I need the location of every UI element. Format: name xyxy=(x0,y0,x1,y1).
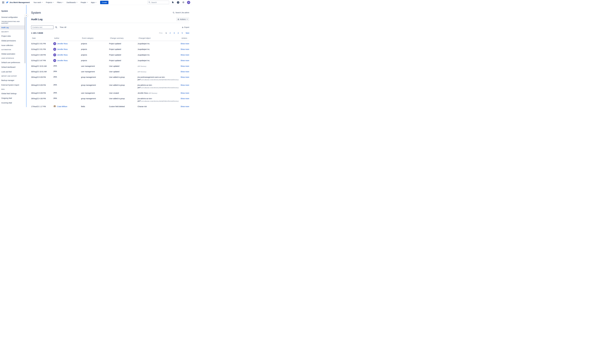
contains-text-input[interactable] xyxy=(31,26,54,29)
show-more-link[interactable]: Show more xyxy=(180,92,189,94)
sidebar-item-default-dashboard[interactable]: Default dashboard xyxy=(1,66,25,68)
sidebar-item-global-permissions[interactable]: Global permissions xyxy=(1,39,25,42)
user-avatar[interactable]: JR xyxy=(187,1,190,4)
cell-date: 26/Aug/22 6:09 PM xyxy=(31,76,53,78)
show-more-link[interactable]: Show more xyxy=(180,43,189,45)
sidebar-item-project-roles[interactable]: Project roles xyxy=(1,35,25,37)
column-header-actions: Actions xyxy=(181,37,189,39)
sidebar-section-user-interface: USER INTERFACE xyxy=(1,57,25,59)
author-name[interactable]: Jennifer Ross xyxy=(57,54,68,56)
sidebar-item-backup-manager[interactable]: Backup manager xyxy=(1,79,25,81)
table-row: 17/Aug/22 1:17 PMCraig WillsonfieldsCust… xyxy=(31,104,189,107)
pagination-page-1[interactable]: 1 xyxy=(166,32,167,34)
search-icon xyxy=(149,1,150,4)
pagination-page-2[interactable]: 2 xyxy=(170,32,171,34)
cell-actions: Show more xyxy=(180,48,189,51)
create-button[interactable]: Create xyxy=(100,1,109,4)
sidebar-section-security: SECURITY xyxy=(1,31,25,33)
cell-actions: Show more xyxy=(180,105,189,107)
table-row: 26/Aug/22 6:09 PMJIRAgroup managementUse… xyxy=(31,75,189,82)
sidebar-item-outgoing-mail[interactable]: Outgoing Mail xyxy=(1,97,25,99)
sidebar-item-audit-log[interactable]: Audit Log xyxy=(0,25,25,30)
sidebar-item-external-system-import[interactable]: External System Import xyxy=(1,84,25,86)
table-row: 26/Aug/22 6:09 PMJIRAgroup managementUse… xyxy=(31,82,189,90)
nav-item-dashboards[interactable]: Dashboards xyxy=(66,1,78,4)
avatar: JR xyxy=(53,59,56,62)
sidebar-item-issue-collectors[interactable]: Issue collectors xyxy=(1,44,25,47)
pagination-prev[interactable]: Prev xyxy=(159,32,163,34)
sidebar-item-global-mail-settings[interactable]: Global Mail Settings xyxy=(1,92,25,95)
cell-change-summary: User updated xyxy=(109,65,137,67)
time-filter-dropdown[interactable]: Time: All xyxy=(60,26,66,28)
sidebar-item-global-automation[interactable]: Global automation xyxy=(1,53,25,55)
export-link[interactable]: Export xyxy=(182,26,189,28)
cell-actions: Show more xyxy=(180,92,189,94)
product-title: Jira Work Management xyxy=(9,1,30,3)
cell-author: Craig Willson xyxy=(53,105,81,107)
nav-item-projects[interactable]: Projects xyxy=(45,1,54,4)
author-name: JIRA xyxy=(53,91,57,94)
column-header-date: Date xyxy=(32,37,54,39)
chevron-down-icon xyxy=(53,2,54,3)
cell-event-category: group management xyxy=(81,97,109,100)
pagination-page-3[interactable]: 3 xyxy=(174,32,175,34)
author-name[interactable]: Jennifer Ross xyxy=(57,42,68,45)
search-jira-admin-link[interactable]: Search Jira admin xyxy=(173,12,189,13)
author-name[interactable]: Jennifer Ross xyxy=(57,59,68,62)
cell-event-category: group management xyxy=(81,84,109,86)
author-name: JIRA xyxy=(53,97,57,100)
show-more-link[interactable]: Show more xyxy=(180,71,189,73)
pagination-page-5[interactable]: 5 xyxy=(182,32,183,34)
changed-object-note: (com.atlassian.crowd.directory.IdentityP… xyxy=(141,100,178,102)
pagination-page-4[interactable]: 4 xyxy=(178,32,179,34)
pagination-next[interactable]: Next xyxy=(186,32,189,34)
sidebar-item-default-user-preferences[interactable]: Default user preferences xyxy=(1,61,25,64)
show-more-link[interactable]: Show more xyxy=(180,60,189,62)
settings-gear-icon[interactable]: ⚙ xyxy=(182,1,185,4)
nav-item-people[interactable]: People xyxy=(80,1,88,4)
show-more-link[interactable]: Show more xyxy=(180,105,189,107)
sidebar-section-import-and-export: IMPORT AND EXPORT xyxy=(1,75,25,77)
cell-event-category: projects xyxy=(81,42,109,45)
cell-author: JIRA xyxy=(53,91,81,94)
admin-sidebar: System General configurationTROUBLESHOOT… xyxy=(0,5,27,107)
sidebar-item-incoming-mail[interactable]: Incoming Mail xyxy=(1,102,25,104)
sidebar-scrollbar[interactable] xyxy=(25,17,25,63)
nav-item-your-work[interactable]: Your work xyxy=(33,1,43,4)
sidebar-section-troubleshooting-and-support: TROUBLESHOOTING AND SUPPORT xyxy=(1,21,25,24)
global-search-input[interactable] xyxy=(147,0,169,4)
filter-search-icon[interactable] xyxy=(55,26,57,28)
sidebar-item-look-and-feel[interactable]: Look and feel xyxy=(1,71,25,73)
brand-home-link[interactable]: Jira Work Management xyxy=(6,1,30,4)
cell-author: JRJennifer Ross xyxy=(53,48,81,51)
cell-actions: Show more xyxy=(180,97,189,100)
changed-object-note: (IDP Directory) xyxy=(137,65,146,67)
show-more-link[interactable]: Show more xyxy=(180,54,189,56)
show-more-link[interactable]: Show more xyxy=(180,84,189,86)
author-name[interactable]: Jennifer Ross xyxy=(57,48,68,51)
author-name[interactable]: Craig Willson xyxy=(57,105,67,107)
cell-author: JIRA xyxy=(53,84,81,86)
show-more-link[interactable]: Show more xyxy=(180,98,189,100)
show-more-link[interactable]: Show more xyxy=(180,65,189,67)
sidebar-collapse-button[interactable] xyxy=(25,14,28,17)
app-switcher-grid-icon[interactable] xyxy=(1,1,5,4)
nav-item-apps[interactable]: Apps xyxy=(90,1,97,4)
sidebar-item-general-configuration[interactable]: General configuration xyxy=(1,16,25,18)
nav-item-filters[interactable]: Filters xyxy=(56,1,64,4)
table-row: 30/Aug/22 10:01 AMJIRAuser managementUse… xyxy=(31,64,189,69)
actions-button[interactable]: ⚙ Actions xyxy=(176,17,189,21)
cell-change-summary: Project updated xyxy=(109,48,137,51)
help-question-circle-icon[interactable]: ? xyxy=(177,1,180,4)
chevron-down-icon xyxy=(87,2,88,3)
cell-actions: Show more xyxy=(180,65,189,67)
primary-nav: Your workProjectsFiltersDashboardsPeople… xyxy=(33,1,99,4)
section-divider xyxy=(31,23,189,23)
notifications-bell-icon[interactable] xyxy=(171,1,175,4)
cell-event-category: user management xyxy=(81,65,109,67)
cell-date: 26/Aug/22 4:30 PM xyxy=(31,97,53,100)
show-more-link[interactable]: Show more xyxy=(180,76,189,78)
show-more-link[interactable]: Show more xyxy=(180,48,189,50)
cell-date: 31/Aug/22 3:48 PM xyxy=(31,54,53,56)
avatar: JR xyxy=(53,53,56,56)
